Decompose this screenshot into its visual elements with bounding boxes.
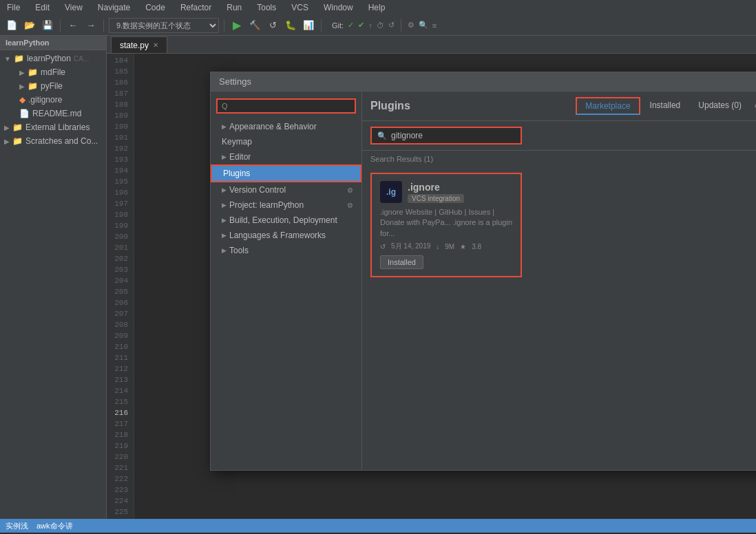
plugin-search-area: 🔍 [362,121,756,151]
nav-item-editor[interactable]: ▶ Editor [211,149,361,164]
dialog-title-bar: Settings ✕ [211,72,756,92]
run-config-dropdown[interactable]: 9.数据实例的五个状态 [109,18,219,33]
tree-item-mdfile[interactable]: ▶ 📁 mdFile [0,65,106,79]
line-200: 200 [107,231,128,242]
nav-item-plugins[interactable]: Plugins [211,164,361,182]
tree-item-scratches[interactable]: ▶ 📁 Scratches and Co... [0,134,106,148]
toolbar-separator-2 [103,19,104,32]
settings-search-box[interactable]: Q [216,98,356,114]
line-194: 194 [107,165,128,176]
plugin-date: 5月 14, 2019 [391,242,430,251]
tree-item-external-libraries[interactable]: ▶ 📁 External Libraries [0,120,106,134]
coverage-button[interactable]: 📊 [301,18,316,33]
nav-item-project[interactable]: ▶ Project: learnPython ⚙ [211,197,361,213]
back-button[interactable]: ← [65,18,81,33]
tree-item-pyfile[interactable]: ▶ 📁 pyFile [0,79,106,93]
nav-item-appearance[interactable]: ▶ Appearance & Behavior [211,119,361,134]
tree-item-gitignore[interactable]: ◆ .gitignore [0,93,106,107]
vc-expand-icon: ▶ [222,186,227,193]
menu-item-refactor[interactable]: Refactor [178,1,214,14]
tab-updates[interactable]: Updates (0) [690,98,750,114]
vcs-log-icon[interactable]: ≡ [432,21,437,30]
dialog-body: Q ▶ Appearance & Behavior Keymap ▶ Edito… [211,92,756,470]
nav-item-tools[interactable]: ▶ Tools [211,243,361,258]
line-185: 185 [107,66,128,77]
menu-item-window[interactable]: Window [321,1,356,14]
installed-button[interactable]: Installed [380,255,423,269]
lang-label: Languages & Frameworks [229,231,326,240]
menu-item-tools[interactable]: Tools [254,1,279,14]
git-tick-icon[interactable]: ✔ [358,21,364,30]
menu-bar: File Edit View Navigate Code Refactor Ru… [0,0,756,15]
project-tree: ▼ 📁 learnPython CA... ▶ 📁 mdFile ▶ 📁 pyF… [0,50,106,519]
star-icon: ★ [460,243,466,250]
plugin-search-input[interactable] [391,131,515,140]
lang-expand-icon: ▶ [222,232,227,239]
menu-item-navigate[interactable]: Navigate [95,1,133,14]
tab-close-icon[interactable]: ✕ [153,41,158,49]
nav-item-version-control[interactable]: ▶ Version Control ⚙ [211,182,361,197]
build-button[interactable]: 🔨 [247,18,262,33]
project-header: learnPython [0,36,106,50]
menu-item-code[interactable]: Code [143,1,168,14]
line-204: 204 [107,275,128,286]
tab-installed[interactable]: Installed [642,98,689,114]
ext-folder-icon: 📁 [12,122,23,132]
menu-item-help[interactable]: Help [366,1,388,14]
mdfile-expand-icon: ▶ [19,69,25,76]
tools-expand-icon: ▶ [222,247,227,254]
root-label: learnPython [27,54,71,63]
gitignore-file-icon: ◆ [19,95,25,105]
editor-region: state.py ✕ 184 185 186 187 188 189 190 1… [107,36,756,519]
debug-button[interactable]: 🐛 [283,18,298,33]
line-221: 221 [107,462,128,473]
nav-item-keymap[interactable]: Keymap [211,134,361,149]
plugins-gear-icon[interactable]: ⚙ [751,98,756,114]
status-bar: 实例浅 awk命令讲 [0,519,756,533]
tree-item-root[interactable]: ▼ 📁 learnPython CA... [0,52,106,65]
line-190: 190 [107,121,128,132]
line-188: 188 [107,99,128,110]
git-check-icon[interactable]: ✓ [348,21,354,30]
menu-item-view[interactable]: View [62,1,85,14]
plugin-card-ignore[interactable]: .ig .ignore VCS integration .ignore Webs… [370,173,522,277]
line-218: 218 [107,429,128,440]
line-210: 210 [107,341,128,352]
nav-item-build[interactable]: ▶ Build, Execution, Deployment [211,213,361,228]
main-layout: learnPython ▼ 📁 learnPython CA... ▶ 📁 md… [0,36,756,519]
build-expand-icon: ▶ [222,217,227,224]
menu-item-run[interactable]: Run [224,1,244,14]
git-settings-icon[interactable]: ⚙ [408,21,414,30]
save-button[interactable]: 💾 [40,18,55,33]
search-icon[interactable]: 🔍 [419,21,428,30]
tab-state-py[interactable]: state.py ✕ [111,36,167,53]
run-button[interactable]: ▶ [229,18,244,33]
menu-item-vcs[interactable]: VCS [288,1,311,14]
open-button[interactable]: 📂 [22,18,37,33]
reload-button[interactable]: ↺ [265,18,280,33]
new-file-button[interactable]: 📄 [4,18,19,33]
nav-item-languages[interactable]: ▶ Languages & Frameworks [211,228,361,243]
forward-button[interactable]: → [83,18,98,33]
line-220: 220 [107,451,128,462]
plugin-card-header: .ig .ignore VCS integration [380,181,512,203]
build-label: Build, Execution, Deployment [229,215,337,225]
git-revert-icon[interactable]: ↺ [388,21,395,30]
root-path: CA... [74,55,89,63]
menu-item-edit[interactable]: Edit [32,1,52,14]
settings-sidebar: Q ▶ Appearance & Behavior Keymap ▶ Edito… [211,92,362,470]
menu-item-file[interactable]: File [4,1,23,14]
line-219: 219 [107,440,128,451]
tree-item-readme[interactable]: 📄 README.md [0,107,106,120]
line-209: 209 [107,330,128,341]
plugin-info: .ignore VCS integration [408,182,464,203]
line-196: 196 [107,187,128,198]
toolbar-separator-5 [401,19,401,32]
git-history-icon[interactable]: ⏱ [377,21,384,30]
settings-search-input[interactable] [231,101,350,111]
project-expand-icon: ▶ [222,202,227,209]
tab-marketplace[interactable]: Marketplace [576,97,640,115]
line-199: 199 [107,220,128,231]
line-184: 184 [107,55,128,66]
git-push-icon[interactable]: ↑ [368,21,372,30]
